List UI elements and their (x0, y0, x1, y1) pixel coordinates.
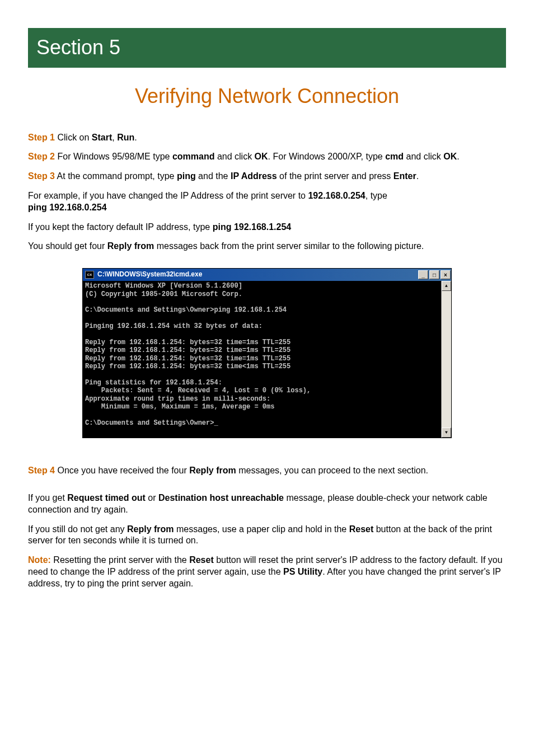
text-bold: Request timed out (67, 493, 146, 503)
cmd-title-text: C:\WINDOWS\System32\cmd.exe (96, 270, 418, 279)
step-1: Step 1 Click on Start, Run. (28, 132, 506, 144)
step-3: Step 3 At the command prompt, type ping … (28, 171, 506, 182)
text: and the (196, 171, 231, 181)
text-bold: Reset (349, 524, 374, 534)
cmd-window: cx C:\WINDOWS\System32\cmd.exe _ □ × Mic… (82, 268, 452, 438)
text-bold: 192.168.0.254 (308, 191, 365, 200)
window-controls: _ □ × (418, 269, 451, 280)
section-banner: Section 5 (28, 28, 506, 68)
minimize-button[interactable]: _ (418, 270, 428, 279)
text: of the print server and press (277, 171, 394, 181)
step-2-label: Step 2 (28, 152, 55, 161)
cmd-body-wrap: Microsoft Windows XP [Version 5.1.2600] … (83, 281, 451, 438)
note-paragraph: Note: Resetting the print server with th… (28, 555, 506, 589)
step-3-label: Step 3 (28, 171, 55, 181)
text: , type (366, 191, 387, 200)
text-bold: Reset (189, 555, 214, 565)
cmd-titlebar: cx C:\WINDOWS\System32\cmd.exe _ □ × (83, 269, 451, 281)
text-bold: ping 192.168.0.254 (28, 203, 107, 212)
cmd-icon: cx (85, 271, 94, 279)
text: For example, if you have changed the IP … (28, 191, 308, 200)
text: You should get four (28, 241, 107, 251)
maximize-button[interactable]: □ (429, 270, 439, 279)
text: . (416, 171, 419, 181)
text-bold: cmd (385, 152, 404, 161)
text-bold: Destination host unreachable (158, 493, 284, 503)
text: or (146, 493, 158, 503)
text: . For Windows 2000/XP, type (268, 152, 386, 161)
reset-paragraph: If you still do not get any Reply from m… (28, 524, 506, 547)
text: messages back from the print server simi… (154, 241, 424, 251)
text: If you still do not get any (28, 524, 127, 534)
timeout-paragraph: If you get Request timed out or Destinat… (28, 492, 506, 516)
text: Click on (55, 133, 92, 142)
text-bold: Start (92, 133, 112, 142)
page-title: Verifying Network Connection (28, 83, 506, 110)
text-bold: Run (117, 133, 134, 142)
text: messages, you can proceed to the next se… (236, 466, 428, 475)
text-bold: PS Utility (283, 567, 322, 576)
text: , (112, 133, 117, 142)
text: For Windows 95/98/ME type (55, 152, 172, 161)
text: . (134, 133, 137, 142)
text-bold: Reply from (107, 241, 154, 251)
text-bold: OK (443, 152, 457, 161)
text: Resetting the print server with the (51, 555, 189, 565)
note-label: Note: (28, 555, 51, 565)
scrollbar[interactable]: ▲ ▼ (441, 281, 451, 438)
text-bold: Reply from (189, 466, 236, 475)
cmd-output: Microsoft Windows XP [Version 5.1.2600] … (83, 281, 441, 438)
text-bold: OK (255, 152, 268, 161)
text: and click (214, 152, 254, 161)
text: messages, use a paper clip and hold in t… (174, 524, 349, 534)
step-4-label: Step 4 (28, 466, 55, 475)
text-bold: Enter (394, 171, 416, 181)
text-bold: Reply from (127, 524, 174, 534)
step-2: Step 2 For Windows 95/98/ME type command… (28, 151, 506, 163)
text-bold: command (172, 152, 215, 161)
step-1-label: Step 1 (28, 133, 55, 142)
reply-intro-paragraph: You should get four Reply from messages … (28, 241, 506, 252)
text: If you kept the factory default IP addre… (28, 222, 213, 232)
factory-paragraph: If you kept the factory default IP addre… (28, 222, 506, 233)
text-bold: ping (177, 171, 196, 181)
scroll-track[interactable] (442, 291, 451, 428)
scroll-down-button[interactable]: ▼ (442, 428, 451, 438)
text: At the command prompt, type (55, 171, 177, 181)
step-4: Step 4 Once you have received the four R… (28, 465, 506, 477)
text-bold: IP Address (231, 171, 277, 181)
scroll-up-button[interactable]: ▲ (442, 281, 451, 291)
close-button[interactable]: × (441, 270, 451, 279)
text: . (457, 152, 459, 161)
text: Once you have received the four (55, 466, 189, 475)
text-bold: ping 192.168.1.254 (213, 222, 292, 232)
text: If you get (28, 493, 67, 503)
example-paragraph: For example, if you have changed the IP … (28, 190, 506, 214)
text: and click (404, 152, 443, 161)
